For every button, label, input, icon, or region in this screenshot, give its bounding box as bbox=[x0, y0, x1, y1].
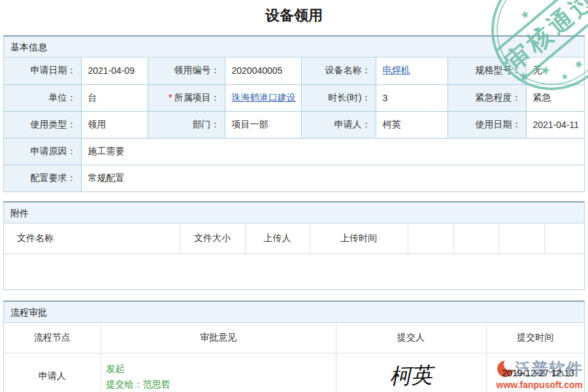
page: 设备领用 基本信息 申请日期： 2021-04-09 领用编号： 2020040… bbox=[0, 0, 588, 392]
attachments-section: 附件 文件名称 文件大小 上传人 上传时间 bbox=[3, 201, 585, 290]
approval-table: 流程节点 审批意见 提交人 提交时间 申请人 发起 提交给：范思哲 柯英 201… bbox=[4, 323, 584, 392]
approval-header-row: 流程节点 审批意见 提交人 提交时间 bbox=[4, 323, 584, 353]
department-value: 项目一部 bbox=[225, 111, 301, 138]
approval-header-submit-time: 提交时间 bbox=[486, 323, 584, 353]
unit-value: 台 bbox=[81, 84, 148, 111]
config-label: 配置要求： bbox=[4, 165, 81, 191]
project-label: *所属项目： bbox=[148, 84, 225, 111]
reason-value: 施工需要 bbox=[81, 138, 584, 165]
basic-info-table: 申请日期： 2021-04-09 领用编号： 2020040005 设备名称： … bbox=[4, 57, 584, 191]
attachments-header-empty bbox=[453, 223, 498, 253]
project-value: 珠海鹤港口建设 bbox=[225, 84, 301, 111]
apply-date-label: 申请日期： bbox=[4, 57, 81, 84]
use-type-value: 领用 bbox=[81, 111, 148, 138]
attachments-header-empty bbox=[498, 223, 544, 253]
submit-time: 2019-12-27 12:13 bbox=[502, 368, 575, 378]
star-icon: ★ bbox=[538, 63, 552, 78]
attachments-empty-body bbox=[4, 254, 584, 289]
config-value: 常规配置 bbox=[81, 165, 584, 191]
use-type-label: 使用类型： bbox=[4, 111, 81, 138]
unit-label: 单位： bbox=[4, 84, 81, 111]
opinion-action: 发起 bbox=[106, 361, 336, 376]
attachments-section-title: 附件 bbox=[4, 203, 584, 223]
requisition-no-label: 领用编号： bbox=[148, 57, 225, 84]
approval-row: 申请人 发起 提交给：范思哲 柯英 2019-12-27 12:13 泛普软件 bbox=[4, 353, 584, 392]
approval-section-title: 流程审批 bbox=[4, 302, 584, 323]
basic-info-row-1: 申请日期： 2021-04-09 领用编号： 2020040005 设备名称： … bbox=[4, 57, 584, 84]
duration-value: 3 bbox=[376, 84, 448, 111]
applicant-value: 柯英 bbox=[376, 111, 448, 138]
project-link[interactable]: 珠海鹤港口建设 bbox=[232, 92, 296, 103]
basic-info-row-5: 配置要求： 常规配置 bbox=[4, 165, 584, 191]
device-name-link[interactable]: 电焊机 bbox=[383, 65, 410, 75]
attachments-header-empty bbox=[544, 223, 584, 253]
device-name-label: 设备名称： bbox=[301, 57, 376, 84]
attachments-table: 文件名称 文件大小 上传人 上传时间 bbox=[4, 223, 584, 254]
approval-opinion: 发起 提交给：范思哲 bbox=[101, 353, 336, 392]
required-asterisk: * bbox=[169, 92, 172, 103]
star-icon: ★ bbox=[519, 8, 531, 21]
attachments-header-uploader: 上传人 bbox=[245, 223, 310, 253]
approval-time-cell: 2019-12-27 12:13 泛普软件 www.fanpusoft.com bbox=[486, 353, 584, 392]
attachments-header-upload-time: 上传时间 bbox=[310, 223, 408, 253]
star-icon: ★ bbox=[518, 70, 529, 81]
requisition-no-value: 2020040005 bbox=[225, 57, 301, 84]
basic-info-row-2: 单位： 台 *所属项目： 珠海鹤港口建设 时长(时)： 3 紧急程度： 紧急 bbox=[4, 84, 584, 111]
approval-node: 申请人 bbox=[4, 353, 101, 392]
urgency-label: 紧急程度： bbox=[448, 84, 526, 111]
attachments-header-row: 文件名称 文件大小 上传人 上传时间 bbox=[4, 223, 584, 253]
use-date-value: 2021-04-11 bbox=[526, 111, 584, 138]
use-date-label: 使用日期： bbox=[448, 111, 526, 138]
approval-submitter-cell: 柯英 bbox=[336, 353, 486, 392]
approval-header-node: 流程节点 bbox=[4, 323, 101, 353]
approval-header-opinion: 审批意见 bbox=[101, 323, 336, 353]
basic-info-section: 基本信息 申请日期： 2021-04-09 领用编号： 2020040005 设… bbox=[3, 35, 585, 192]
star-icon: ★ bbox=[560, 71, 569, 82]
device-name-value: 电焊机 bbox=[376, 57, 448, 84]
submitter-signature: 柯英 bbox=[389, 361, 433, 391]
attachments-header-empty bbox=[408, 223, 453, 253]
basic-info-row-3: 使用类型： 领用 部门： 项目一部 申请人： 柯英 使用日期： 2021-04-… bbox=[4, 111, 584, 138]
duration-label: 时长(时)： bbox=[301, 84, 376, 111]
approval-header-submitter: 提交人 bbox=[336, 323, 486, 353]
vendor-url: www.fanpusoft.com bbox=[497, 380, 583, 390]
opinion-submit-to: 提交给：范思哲 bbox=[106, 376, 336, 392]
reason-label: 申请原因： bbox=[4, 138, 81, 165]
attachments-header-file-size: 文件大小 bbox=[180, 223, 245, 253]
attachments-header-file-name: 文件名称 bbox=[4, 223, 180, 253]
applicant-label: 申请人： bbox=[301, 111, 376, 138]
star-icon: ★ bbox=[572, 57, 585, 71]
apply-date-value: 2021-04-09 bbox=[81, 57, 148, 84]
basic-info-row-4: 申请原因： 施工需要 bbox=[4, 138, 584, 165]
approval-section: 流程审批 流程节点 审批意见 提交人 提交时间 申请人 发起 提交给：范思哲 柯… bbox=[3, 301, 585, 392]
department-label: 部门： bbox=[148, 111, 225, 138]
